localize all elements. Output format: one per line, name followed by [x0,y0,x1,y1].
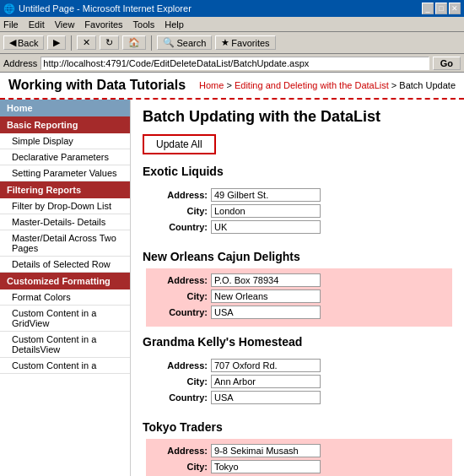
address-bar: Address Go [0,54,464,73]
city-input-3[interactable] [211,375,321,388]
menu-bar: File Edit View Favorites Tools Help [0,17,464,32]
toolbar-separator-2 [151,35,152,51]
city-input-4[interactable] [211,460,321,473]
page-header: Working with Data Tutorials Home > Editi… [0,73,464,100]
sidebar-item-format-colors[interactable]: Format Colors [0,289,130,306]
address-input-2[interactable] [211,273,321,287]
breadcrumb-home[interactable]: Home [199,80,224,90]
company-name-4: Tokyo Traders [143,420,452,434]
home-button[interactable]: 🏠 [122,35,146,50]
sidebar-item-master-details[interactable]: Master-Details- Details [0,214,130,230]
menu-file[interactable]: File [3,19,19,30]
company-details-1: Address: City: Country: [146,183,452,241]
window-title: Untitled Page - Microsoft Internet Explo… [19,3,192,14]
menu-tools[interactable]: Tools [133,19,155,30]
search-button[interactable]: 🔍 Search [157,35,212,50]
country-input-2[interactable] [211,306,321,319]
address-label-1: Address: [153,190,208,200]
update-all-button[interactable]: Update All [143,134,216,154]
company-details-2: Address: City: Country: [146,268,452,327]
country-label-3: Country: [153,392,208,403]
address-label: Address [3,58,37,68]
title-bar-left: 🌐 Untitled Page - Microsoft Internet Exp… [3,3,192,14]
address-input-1[interactable] [211,188,321,202]
city-input-1[interactable] [211,204,321,218]
refresh-button[interactable]: ↻ [100,35,119,50]
sidebar-section-filtering-reports: Filtering Reports [0,181,130,198]
country-input-3[interactable] [211,391,321,404]
menu-help[interactable]: Help [165,19,184,30]
page-container: Working with Data Tutorials Home > Editi… [0,73,464,476]
sidebar-item-setting-parameter-values[interactable]: Setting Parameter Values [0,165,130,181]
city-label-2: City: [153,291,208,301]
toolbar: ◀ Back ▶ ✕ ↻ 🏠 🔍 Search ★ Favorites [0,32,464,54]
company-section-4: Tokyo Traders Address: City: [143,420,452,476]
maximize-button[interactable]: □ [435,3,447,14]
field-row-country-3: Country: [153,391,445,404]
breadcrumb-current: Batch Update [399,80,456,90]
sidebar-item-custom-content-gridview[interactable]: Custom Content in a GridView [0,306,130,332]
title-bar: 🌐 Untitled Page - Microsoft Internet Exp… [0,0,464,17]
menu-edit[interactable]: Edit [29,19,45,30]
sidebar-item-filter-dropdown[interactable]: Filter by Drop-Down List [0,198,130,214]
address-input-4[interactable] [211,444,321,457]
company-section-3: Grandma Kelly's Homestead Address: City:… [143,335,452,412]
sidebar-section-basic-reporting: Basic Reporting [0,116,130,133]
forward-icon: ▶ [53,37,60,48]
sidebar-item-custom-content-detailsview[interactable]: Custom Content in a DetailsView [0,332,130,358]
address-label-2: Address: [153,275,208,285]
toolbar-separator-1 [71,35,72,51]
menu-view[interactable]: View [55,19,75,30]
browser-icon: 🌐 [3,3,15,14]
back-button[interactable]: ◀ Back [3,35,44,50]
company-name-2: New Orleans Cajun Delights [143,250,452,263]
field-row-country-2: Country: [153,306,445,319]
company-section-1: Exotic Liquids Address: City: Country: [143,165,452,241]
breadcrumb: Home > Editing and Deleting with the Dat… [199,80,456,90]
forward-button[interactable]: ▶ [47,35,66,50]
field-row-address-2: Address: [153,273,445,287]
search-icon: 🔍 [163,37,175,48]
field-row-address-1: Address: [153,188,445,202]
sidebar-item-declarative-parameters[interactable]: Declarative Parameters [0,149,130,165]
back-icon: ◀ [9,37,16,48]
go-button[interactable]: Go [433,57,461,70]
field-row-city-3: City: [153,375,445,388]
stop-button[interactable]: ✕ [77,35,96,50]
address-input-3[interactable] [211,359,321,372]
sidebar-item-custom-content-other[interactable]: Custom Content in a [0,358,130,374]
address-input[interactable] [40,57,429,70]
content-wrapper: Home Basic Reporting Simple Display Decl… [0,100,464,476]
sidebar: Home Basic Reporting Simple Display Decl… [0,100,131,476]
sidebar-item-details-selected-row[interactable]: Details of Selected Row [0,257,130,273]
field-row-address-3: Address: [153,359,445,372]
sidebar-home[interactable]: Home [0,100,130,116]
country-label-2: Country: [153,307,208,317]
close-button[interactable]: ✕ [449,3,461,14]
sidebar-item-master-detail-across[interactable]: Master/Detail Across Two Pages [0,230,130,257]
address-label-3: Address: [153,360,208,371]
field-row-city-2: City: [153,289,445,303]
city-label-3: City: [153,376,208,387]
sidebar-item-simple-display[interactable]: Simple Display [0,133,130,149]
sidebar-section-customized-formatting: Customized Formatting [0,273,130,289]
menu-favorites[interactable]: Favorites [84,19,122,30]
company-section-2: New Orleans Cajun Delights Address: City… [143,250,452,327]
favorites-button[interactable]: ★ Favorites [215,35,275,50]
page-title: Batch Updating with the DataList [143,108,452,126]
field-row-address-4: Address: [153,444,445,457]
company-name-1: Exotic Liquids [143,165,452,178]
company-details-3: Address: City: Country: [146,354,452,412]
city-input-2[interactable] [211,289,321,303]
minimize-button[interactable]: _ [422,3,434,14]
breadcrumb-section[interactable]: Editing and Deleting with the DataList [235,80,389,90]
title-bar-buttons: _ □ ✕ [422,3,461,14]
country-input-1[interactable] [211,220,321,234]
city-label-4: City: [153,462,208,472]
main-content: Batch Updating with the DataList Update … [131,100,464,476]
field-row-city-4: City: [153,460,445,473]
field-row-country-1: Country: [153,220,445,234]
company-details-4: Address: City: [146,439,452,476]
site-title: Working with Data Tutorials [8,78,186,93]
country-label-1: Country: [153,222,208,232]
